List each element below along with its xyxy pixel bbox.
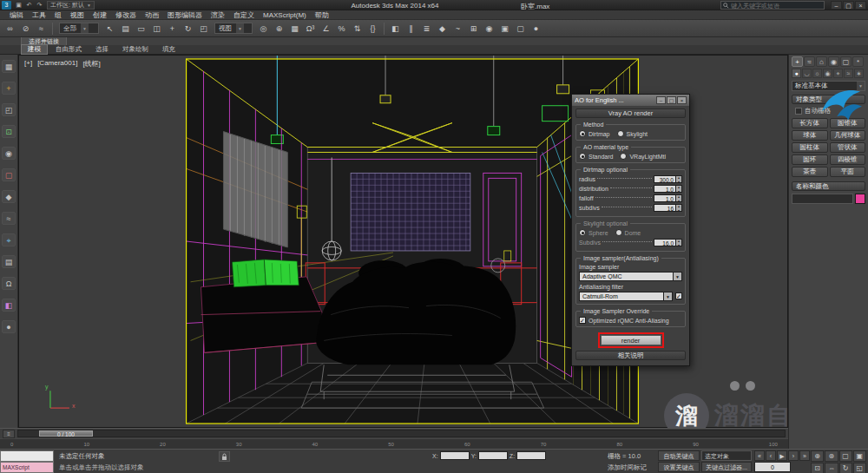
set-key-button[interactable]: 设置关键点 <box>658 462 700 472</box>
render-setup-icon[interactable]: ▣ <box>497 22 512 36</box>
menu-item[interactable]: 组 <box>50 10 66 20</box>
vertical-tool-icon[interactable]: Ω <box>2 277 16 290</box>
primitive-button[interactable]: 几何球体 <box>830 130 866 141</box>
dialog-maximize-button[interactable]: ▢ <box>667 96 676 104</box>
primitive-button[interactable]: 茶壶 <box>792 167 828 177</box>
dialog-close-button[interactable]: × <box>677 96 687 104</box>
antialiasing-filter-dropdown[interactable]: Catmull-Rom ▼ <box>579 292 673 301</box>
systems-icon[interactable]: ∗ <box>854 69 864 78</box>
keyboard-override-icon[interactable]: ▦ <box>287 22 302 36</box>
filter-on-checkbox[interactable]: ✓ <box>675 292 682 299</box>
image-sampler-dropdown[interactable]: Adaptive QMC ▼ <box>579 272 682 281</box>
geometry-icon[interactable]: ● <box>792 69 801 78</box>
select-object-icon[interactable]: ↖ <box>102 22 117 36</box>
vertical-tool-icon[interactable]: ◉ <box>2 147 16 160</box>
maxscript-listener-field[interactable] <box>0 450 54 462</box>
object-name-field[interactable] <box>792 194 853 204</box>
helpers-icon[interactable]: ⌖ <box>833 69 843 78</box>
save-icon[interactable]: ▣ <box>14 1 23 10</box>
primitive-button[interactable]: 四棱锥 <box>830 154 866 165</box>
maxscript-macro-recorder[interactable]: MAXScript <box>0 462 54 473</box>
curve-editor-icon[interactable]: ~ <box>450 22 465 36</box>
render-button[interactable]: render <box>601 335 661 345</box>
select-and-move-icon[interactable]: + <box>165 22 180 36</box>
zoom-icon[interactable]: ⊕ <box>811 450 824 462</box>
dialog-minimize-button[interactable]: – <box>656 96 666 104</box>
zoom-all-icon[interactable]: ⊛ <box>825 450 838 462</box>
vertical-tool-icon[interactable]: ≈ <box>2 212 16 225</box>
undo-icon[interactable]: ↶ <box>24 1 34 10</box>
vertical-tool-icon[interactable]: ⊡ <box>2 125 16 138</box>
selection-region-icon[interactable]: ▭ <box>134 22 148 36</box>
standard-material-radio[interactable] <box>579 153 586 160</box>
orbit-icon[interactable]: ↻ <box>839 463 852 473</box>
select-and-manipulate-icon[interactable]: ⊕ <box>272 22 286 36</box>
selection-filter-dropdown[interactable]: 全部 ▼ <box>59 23 99 34</box>
viewport-camera-label[interactable]: [Camera001] <box>37 59 77 69</box>
pan-icon[interactable]: ⇔ <box>825 463 838 473</box>
vraylightmtl-radio[interactable] <box>620 153 627 160</box>
ribbon-tab[interactable]: 自由形式 <box>49 45 88 54</box>
snap-toggle-icon[interactable]: Ω³ <box>303 22 318 36</box>
schematic-view-icon[interactable]: ⊞ <box>466 22 481 36</box>
vray-ao-rollout[interactable]: Vray AO render <box>575 108 686 118</box>
menu-item[interactable]: 视图 <box>66 10 89 20</box>
lights-icon[interactable]: ☼ <box>812 69 822 78</box>
optimized-rqmc-checkbox[interactable]: ✓ <box>579 317 586 324</box>
zoom-extents-all-icon[interactable]: ▣ <box>853 450 866 462</box>
menu-item[interactable]: 工具 <box>28 10 50 20</box>
render-production-icon[interactable]: ● <box>529 22 543 36</box>
vertical-tool-icon[interactable]: ▤ <box>2 255 16 268</box>
primitive-button[interactable]: 圆柱体 <box>792 142 828 153</box>
dialog-titlebar[interactable]: AO for English ... –▢× <box>572 95 689 106</box>
mirror-icon[interactable]: ◧ <box>388 22 403 36</box>
notes-rollout[interactable]: 相关说明 <box>575 351 686 360</box>
menu-item[interactable]: 帮助 <box>311 10 333 20</box>
auto-key-button[interactable]: 自动关键点 <box>658 450 700 461</box>
search-input[interactable] <box>731 3 822 9</box>
vertical-tool-icon[interactable]: ◰ <box>2 103 16 116</box>
object-color-swatch[interactable] <box>855 194 865 204</box>
ribbon-tab[interactable]: 选择 <box>89 45 115 54</box>
selection-set-dropdown[interactable]: 选定对象 <box>701 450 752 461</box>
use-pivot-center-icon[interactable]: ◎ <box>256 22 271 36</box>
space-warps-icon[interactable]: ≈ <box>844 69 853 78</box>
go-to-end-button[interactable]: » <box>799 450 810 461</box>
spinner-snap-icon[interactable]: ⇅ <box>350 22 365 36</box>
primitive-button[interactable]: 平面 <box>830 167 866 177</box>
menu-item[interactable]: 自定义 <box>229 10 259 20</box>
skylight-radio[interactable] <box>617 130 624 137</box>
spinner-field[interactable]: 1.0 <box>654 185 676 193</box>
menu-item[interactable]: 修改器 <box>111 10 141 20</box>
coord-x-field[interactable] <box>440 451 470 460</box>
align-icon[interactable]: ∥ <box>404 22 418 36</box>
utilities-tab-icon[interactable]: * <box>852 56 864 67</box>
workspace-selector[interactable]: 工作区: 默认 ▼ <box>47 1 95 10</box>
coord-y-field[interactable] <box>478 451 508 460</box>
track-bar[interactable]: 0102030405060708090100 <box>0 438 788 449</box>
reference-coordinate-dropdown[interactable]: 视图 ▼ <box>214 23 253 34</box>
menu-item[interactable]: 动画 <box>141 10 163 20</box>
menu-item[interactable]: 编辑 <box>5 10 28 20</box>
primitive-button[interactable]: 球体 <box>792 130 828 141</box>
spinner-field[interactable]: 300.0 <box>654 175 676 183</box>
layer-manager-icon[interactable]: ≣ <box>419 22 434 36</box>
spinner-arrows[interactable]: ▴▾ <box>676 194 682 202</box>
close-button[interactable]: × <box>855 1 866 10</box>
menu-item[interactable]: 渲染 <box>207 10 229 20</box>
spinner-arrows[interactable]: ▴▾ <box>676 185 682 193</box>
percent-snap-icon[interactable]: % <box>334 22 349 36</box>
menu-item[interactable]: 图形编辑器 <box>163 10 207 20</box>
spinner-arrows[interactable]: ▴▾ <box>676 204 682 212</box>
ribbon-tab[interactable]: 建模 <box>21 44 48 55</box>
name-color-rollout[interactable]: 名称和颜色 <box>792 181 865 191</box>
sphere-radio[interactable] <box>579 229 586 236</box>
key-filters-button[interactable]: 关键点过滤器... <box>701 462 752 472</box>
3dsmax-logo-icon[interactable]: 3 <box>2 1 11 10</box>
next-frame-button[interactable]: › <box>788 450 799 461</box>
ao-render-dialog[interactable]: AO for English ... –▢× Vray AO render Me… <box>571 94 690 366</box>
time-slider-track[interactable]: 0 / 100 <box>17 430 786 437</box>
viewport-menu-plus[interactable]: [+] <box>24 59 32 69</box>
motion-tab-icon[interactable]: ◉ <box>828 56 839 67</box>
zoom-region-icon[interactable]: ⊡ <box>811 463 824 473</box>
